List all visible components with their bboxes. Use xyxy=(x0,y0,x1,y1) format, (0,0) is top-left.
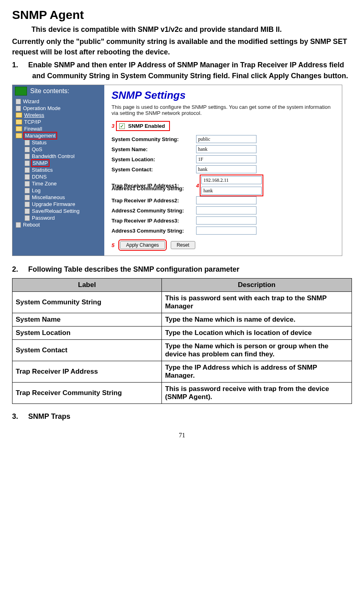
reset-button[interactable]: Reset xyxy=(171,241,195,249)
apply-changes-button[interactable]: Apply Changes xyxy=(120,241,165,249)
th-description: Description xyxy=(161,279,352,292)
label-addr2-community: Address2 Community String: xyxy=(112,208,196,214)
sidebar-item-misc[interactable]: Miscellaneous xyxy=(24,194,104,201)
row-system-name: System Name: xyxy=(112,145,337,153)
sidebar: Site contents: Wizard Operation Mode Wir… xyxy=(12,85,104,256)
th-label: Label xyxy=(12,279,162,292)
row-system-contact: System Contact: xyxy=(112,165,337,173)
device-icon xyxy=(15,87,27,96)
table-row: System Community StringThis is password … xyxy=(12,292,352,313)
page-icon xyxy=(25,140,30,146)
page-icon xyxy=(25,202,30,207)
row-addr2-community: Address2 Community String: xyxy=(112,206,337,214)
snmp-heading: SNMP Settings xyxy=(112,89,337,102)
folder-open-icon xyxy=(16,133,22,138)
sidebar-item-operation-mode[interactable]: Operation Mode xyxy=(15,105,104,112)
sidebar-item-status[interactable]: Status xyxy=(24,139,104,146)
page-icon xyxy=(16,99,21,104)
table-row: Trap Receiver Community StringThis is pa… xyxy=(12,383,352,404)
row-community-string: System Community String: xyxy=(112,135,337,143)
page-icon xyxy=(25,208,30,214)
page-title: SNMP Agent xyxy=(12,8,352,22)
row-trap3-ip: Trap Receiver IP Address3: xyxy=(112,216,337,225)
page-icon xyxy=(25,154,30,159)
folder-icon xyxy=(16,126,22,131)
input-system-contact[interactable] xyxy=(196,165,256,173)
marker-3: 3 xyxy=(112,123,114,129)
snmp-enabled-box: ✓ SNMP Enabled xyxy=(116,121,170,131)
highlight-apply: Apply Changes xyxy=(119,240,165,250)
sidebar-item-upgrade[interactable]: Upgrade Firmware xyxy=(24,201,104,208)
label-community-string: System Community String: xyxy=(112,136,196,142)
page-icon xyxy=(25,215,30,221)
intro-paragraph: This device is compatible with SNMP v1/v… xyxy=(12,24,352,57)
sidebar-item-snmp[interactable]: SNMP xyxy=(24,160,104,166)
page-icon xyxy=(25,147,30,152)
input-system-name[interactable] xyxy=(196,145,256,153)
sidebar-item-firewall[interactable]: Firewall xyxy=(15,125,104,132)
sidebar-item-reboot[interactable]: Reboot xyxy=(15,221,104,228)
content-panel: SNMP Settings This page is used to confi… xyxy=(104,85,342,256)
sidebar-item-wireless[interactable]: Wireless xyxy=(15,112,104,119)
sidebar-item-wizard[interactable]: Wizard xyxy=(15,98,104,105)
page-icon xyxy=(16,106,21,111)
sidebar-item-save-reload[interactable]: Save/Reload Setting xyxy=(24,208,104,214)
sidebar-item-tcpip[interactable]: TCP/IP xyxy=(15,119,104,125)
folder-icon xyxy=(16,112,22,118)
sidebar-item-bandwidth[interactable]: Bandwidth Control xyxy=(24,153,104,160)
sidebar-item-management[interactable]: Management xyxy=(15,132,104,139)
highlight-trap-inputs xyxy=(201,175,263,196)
sidebar-item-statistics[interactable]: Statistics xyxy=(24,166,104,173)
nav-tree: Wizard Operation Mode Wireless TCP/IP Fi… xyxy=(12,97,104,232)
row-system-location: System Location: xyxy=(112,155,337,163)
table-row: System NameType the Name which is name o… xyxy=(12,313,352,327)
row-trap2-ip: Trap Receiver IP Address2: xyxy=(112,196,337,204)
sidebar-item-qos[interactable]: QoS xyxy=(24,146,104,153)
page-icon xyxy=(25,167,30,173)
page-number: 71 xyxy=(12,432,352,439)
input-trap3-ip[interactable] xyxy=(196,216,256,225)
input-system-location[interactable] xyxy=(196,155,256,163)
input-trap2-ip[interactable] xyxy=(196,196,256,204)
label-system-name: System Name: xyxy=(112,146,196,152)
page-icon xyxy=(16,222,21,228)
page-icon xyxy=(25,188,30,193)
sidebar-item-timezone[interactable]: Time Zone xyxy=(24,180,104,187)
sidebar-item-log[interactable]: Log xyxy=(24,187,104,194)
page-icon xyxy=(25,174,30,180)
label-trap2-ip: Trap Receiver IP Address2: xyxy=(112,198,196,204)
input-trap1-ip[interactable] xyxy=(201,176,262,184)
step-3: 3.SNMP Traps xyxy=(12,411,352,422)
input-addr3-community[interactable] xyxy=(196,227,256,235)
label-system-location: System Location: xyxy=(112,156,196,162)
marker-4: 4 xyxy=(196,183,199,189)
row-trap1-ip: Trap Receiver IP Address1: 4 xyxy=(112,175,337,196)
snmp-settings-screenshot: Site contents: Wizard Operation Mode Wir… xyxy=(12,85,342,256)
label-trap3-ip: Trap Receiver IP Address3: xyxy=(112,218,196,224)
button-row: 5 Apply Changes Reset xyxy=(112,240,337,250)
table-row: Trap Receiver IP AddressType the IP Addr… xyxy=(12,361,352,383)
snmp-enabled-checkbox[interactable]: ✓ xyxy=(119,123,125,129)
snmp-description: This page is used to configure the SNMP … xyxy=(112,104,337,116)
input-addr1-community[interactable] xyxy=(201,187,262,195)
step-2: 2.Following Table describes the SNMP con… xyxy=(12,264,352,275)
table-row: System LocationType the Location which i… xyxy=(12,327,352,340)
input-addr2-community[interactable] xyxy=(196,206,256,214)
step-1: 1.Enable SNMP and then enter IP Address … xyxy=(12,60,352,81)
row-addr3-community: Address3 Community String: xyxy=(112,227,337,235)
marker-5: 5 xyxy=(112,242,114,248)
input-community-string[interactable] xyxy=(196,135,256,143)
sidebar-item-password[interactable]: Password xyxy=(24,214,104,221)
page-icon xyxy=(25,181,30,187)
label-system-contact: System Contact: xyxy=(112,166,196,173)
sidebar-header: Site contents: xyxy=(12,85,104,97)
folder-icon xyxy=(16,119,22,125)
label-trap1-ip: Trap Receiver IP Address1: xyxy=(112,183,196,189)
snmp-enabled-label: SNMP Enabled xyxy=(128,123,165,129)
label-addr3-community: Address3 Community String: xyxy=(112,228,196,234)
snmp-parameter-table: Label Description System Community Strin… xyxy=(12,278,352,404)
page-icon xyxy=(25,160,30,166)
sidebar-item-ddns[interactable]: DDNS xyxy=(24,173,104,180)
page-icon xyxy=(25,195,30,200)
table-row: System ContactType the Name which is per… xyxy=(12,340,352,361)
